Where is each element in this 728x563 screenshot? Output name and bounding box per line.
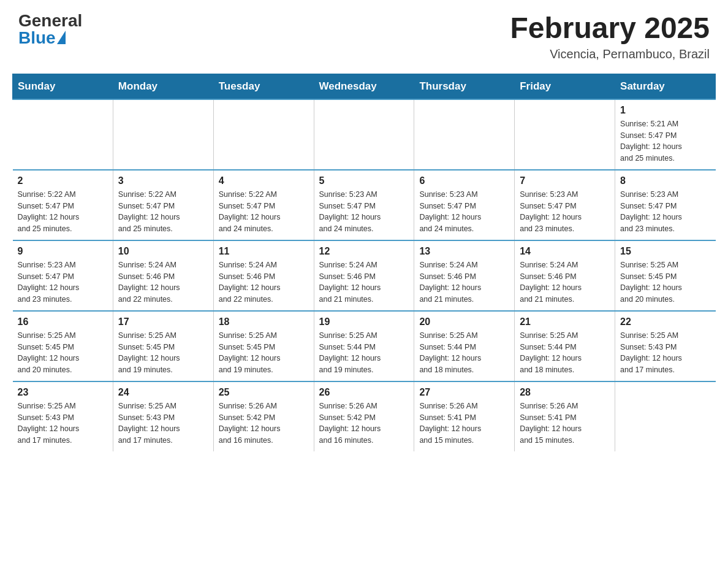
day-info: Sunrise: 5:23 AM Sunset: 5:47 PM Dayligh… [620,189,710,235]
calendar-week-row: 2Sunrise: 5:22 AM Sunset: 5:47 PM Daylig… [13,170,716,240]
calendar-cell: 21Sunrise: 5:25 AM Sunset: 5:44 PM Dayli… [515,311,615,381]
day-info: Sunrise: 5:26 AM Sunset: 5:42 PM Dayligh… [319,400,409,446]
day-info: Sunrise: 5:23 AM Sunset: 5:47 PM Dayligh… [520,189,610,235]
day-number: 26 [319,387,409,398]
header-thursday: Thursday [414,74,515,99]
day-info: Sunrise: 5:24 AM Sunset: 5:46 PM Dayligh… [219,259,309,305]
calendar-cell [113,99,213,170]
day-number: 1 [620,105,710,116]
calendar-cell: 23Sunrise: 5:25 AM Sunset: 5:43 PM Dayli… [13,381,113,451]
calendar-cell [213,99,314,170]
day-info: Sunrise: 5:25 AM Sunset: 5:45 PM Dayligh… [18,330,108,376]
calendar-table: Sunday Monday Tuesday Wednesday Thursday… [12,74,716,451]
day-number: 22 [620,316,710,327]
header-wednesday: Wednesday [314,74,414,99]
day-info: Sunrise: 5:21 AM Sunset: 5:47 PM Dayligh… [620,118,710,164]
calendar-cell: 10Sunrise: 5:24 AM Sunset: 5:46 PM Dayli… [113,240,213,311]
day-info: Sunrise: 5:26 AM Sunset: 5:41 PM Dayligh… [419,400,509,446]
calendar-cell: 7Sunrise: 5:23 AM Sunset: 5:47 PM Daylig… [515,170,615,240]
day-info: Sunrise: 5:23 AM Sunset: 5:47 PM Dayligh… [319,189,409,235]
calendar-cell: 20Sunrise: 5:25 AM Sunset: 5:44 PM Dayli… [414,311,515,381]
calendar-week-row: 1Sunrise: 5:21 AM Sunset: 5:47 PM Daylig… [13,99,716,170]
day-number: 14 [520,246,610,257]
title-section: February 2025 Vicencia, Pernambuco, Braz… [510,12,710,61]
day-number: 8 [620,175,710,186]
day-number: 12 [319,246,409,257]
day-info: Sunrise: 5:22 AM Sunset: 5:47 PM Dayligh… [219,189,309,235]
calendar: Sunday Monday Tuesday Wednesday Thursday… [0,67,728,464]
day-number: 18 [219,316,309,327]
day-info: Sunrise: 5:26 AM Sunset: 5:42 PM Dayligh… [219,400,309,446]
calendar-cell [414,99,515,170]
day-info: Sunrise: 5:23 AM Sunset: 5:47 PM Dayligh… [419,189,509,235]
day-number: 20 [419,316,509,327]
calendar-cell: 22Sunrise: 5:25 AM Sunset: 5:43 PM Dayli… [615,311,716,381]
day-info: Sunrise: 5:25 AM Sunset: 5:45 PM Dayligh… [219,330,309,376]
calendar-cell: 28Sunrise: 5:26 AM Sunset: 5:41 PM Dayli… [515,381,615,451]
day-number: 7 [520,175,610,186]
day-info: Sunrise: 5:25 AM Sunset: 5:44 PM Dayligh… [319,330,409,376]
day-number: 21 [520,316,610,327]
day-number: 27 [419,387,509,398]
logo-general-text: General [18,12,82,29]
day-info: Sunrise: 5:23 AM Sunset: 5:47 PM Dayligh… [18,259,108,305]
day-info: Sunrise: 5:22 AM Sunset: 5:47 PM Dayligh… [18,189,108,235]
day-info: Sunrise: 5:25 AM Sunset: 5:45 PM Dayligh… [118,330,208,376]
calendar-cell: 12Sunrise: 5:24 AM Sunset: 5:46 PM Dayli… [314,240,414,311]
calendar-cell: 16Sunrise: 5:25 AM Sunset: 5:45 PM Dayli… [13,311,113,381]
calendar-cell: 19Sunrise: 5:25 AM Sunset: 5:44 PM Dayli… [314,311,414,381]
calendar-cell: 27Sunrise: 5:26 AM Sunset: 5:41 PM Dayli… [414,381,515,451]
day-number: 28 [520,387,610,398]
day-info: Sunrise: 5:24 AM Sunset: 5:46 PM Dayligh… [520,259,610,305]
logo-blue-text: Blue [18,29,66,47]
calendar-cell: 9Sunrise: 5:23 AM Sunset: 5:47 PM Daylig… [13,240,113,311]
calendar-cell: 24Sunrise: 5:25 AM Sunset: 5:43 PM Dayli… [113,381,213,451]
day-number: 24 [118,387,208,398]
calendar-week-row: 23Sunrise: 5:25 AM Sunset: 5:43 PM Dayli… [13,381,716,451]
calendar-cell [13,99,113,170]
header-monday: Monday [113,74,213,99]
calendar-cell: 14Sunrise: 5:24 AM Sunset: 5:46 PM Dayli… [515,240,615,311]
calendar-cell: 5Sunrise: 5:23 AM Sunset: 5:47 PM Daylig… [314,170,414,240]
day-number: 17 [118,316,208,327]
day-info: Sunrise: 5:24 AM Sunset: 5:46 PM Dayligh… [118,259,208,305]
calendar-header-row: Sunday Monday Tuesday Wednesday Thursday… [13,74,716,99]
day-info: Sunrise: 5:25 AM Sunset: 5:45 PM Dayligh… [620,259,710,305]
day-number: 9 [18,246,108,257]
header-friday: Friday [515,74,615,99]
page-header: General Blue February 2025 Vicencia, Per… [0,0,728,67]
day-info: Sunrise: 5:25 AM Sunset: 5:43 PM Dayligh… [118,400,208,446]
day-info: Sunrise: 5:25 AM Sunset: 5:44 PM Dayligh… [520,330,610,376]
calendar-cell: 26Sunrise: 5:26 AM Sunset: 5:42 PM Dayli… [314,381,414,451]
day-number: 19 [319,316,409,327]
day-number: 3 [118,175,208,186]
day-info: Sunrise: 5:24 AM Sunset: 5:46 PM Dayligh… [419,259,509,305]
location: Vicencia, Pernambuco, Brazil [510,47,710,61]
calendar-week-row: 9Sunrise: 5:23 AM Sunset: 5:47 PM Daylig… [13,240,716,311]
day-info: Sunrise: 5:25 AM Sunset: 5:44 PM Dayligh… [419,330,509,376]
header-sunday: Sunday [13,74,113,99]
calendar-cell: 13Sunrise: 5:24 AM Sunset: 5:46 PM Dayli… [414,240,515,311]
day-number: 6 [419,175,509,186]
day-number: 25 [219,387,309,398]
day-number: 15 [620,246,710,257]
calendar-cell: 3Sunrise: 5:22 AM Sunset: 5:47 PM Daylig… [113,170,213,240]
calendar-cell: 17Sunrise: 5:25 AM Sunset: 5:45 PM Dayli… [113,311,213,381]
day-number: 16 [18,316,108,327]
calendar-cell: 15Sunrise: 5:25 AM Sunset: 5:45 PM Dayli… [615,240,716,311]
day-number: 13 [419,246,509,257]
calendar-cell: 18Sunrise: 5:25 AM Sunset: 5:45 PM Dayli… [213,311,314,381]
calendar-cell: 8Sunrise: 5:23 AM Sunset: 5:47 PM Daylig… [615,170,716,240]
day-number: 2 [18,175,108,186]
day-number: 11 [219,246,309,257]
calendar-cell: 6Sunrise: 5:23 AM Sunset: 5:47 PM Daylig… [414,170,515,240]
header-saturday: Saturday [615,74,716,99]
month-title: February 2025 [510,12,710,45]
calendar-cell [515,99,615,170]
day-number: 5 [319,175,409,186]
day-number: 23 [18,387,108,398]
day-info: Sunrise: 5:24 AM Sunset: 5:46 PM Dayligh… [319,259,409,305]
day-info: Sunrise: 5:25 AM Sunset: 5:43 PM Dayligh… [18,400,108,446]
day-info: Sunrise: 5:22 AM Sunset: 5:47 PM Dayligh… [118,189,208,235]
calendar-cell: 4Sunrise: 5:22 AM Sunset: 5:47 PM Daylig… [213,170,314,240]
